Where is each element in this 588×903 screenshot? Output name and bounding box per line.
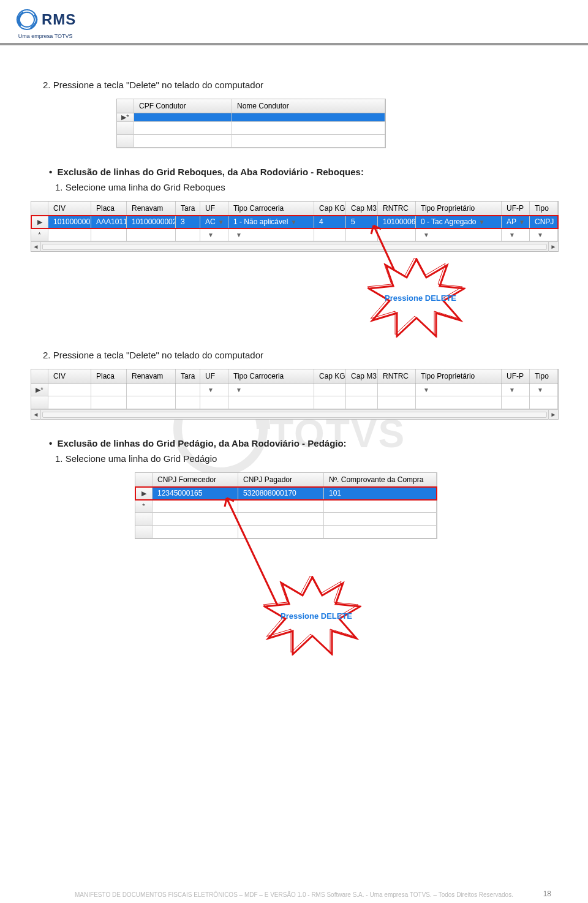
col-renavam[interactable]: Renavam [127,202,176,215]
scroll-left-icon[interactable]: ◄ [31,410,41,420]
col-tara[interactable]: Tara [176,202,200,215]
chevron-down-icon[interactable]: ▼ [535,387,543,393]
chevron-down-icon[interactable]: ▼ [216,219,224,225]
chevron-down-icon[interactable]: ▼ [205,232,214,238]
step-1c: 1. Selecione uma linha do Grid Pedágio [66,453,545,464]
callout-label: Pressione DELETE [281,611,352,621]
col-tipo[interactable]: Tipo [530,369,558,383]
grid-reboques-empty[interactable]: CIV Placa Renavam Tara UF Tipo Carroceri… [31,369,545,420]
table-row [117,122,385,135]
footer-text: MANIFESTO DE DOCUMENTOS FISCAIS ELETRÔNI… [0,891,588,898]
logo-subtext: Uma empresa TOTVS [18,33,73,39]
chevron-down-icon[interactable]: ▼ [554,219,558,225]
table-row[interactable]: ▶* ▼ ▼ ▼ ▼ ▼ [31,383,558,396]
table-row [117,135,385,148]
col-nome-condutor[interactable]: Nome Condutor [232,99,385,113]
col-placa[interactable]: Placa [91,369,127,383]
table-row[interactable]: ▶ 1010000001 AAA1011 10100000002 3 AC▼ 1… [31,216,558,229]
heading-exclusao-reboques: Exclusão de linhas do Grid Reboques, da … [60,167,545,177]
col-renavam[interactable]: Renavam [127,369,176,383]
col-cpf-condutor[interactable]: CPF Condutor [134,99,232,113]
col-carroceria[interactable]: Tipo Carroceria [228,369,314,383]
rms-swirl-icon [15,7,39,32]
logo-text: RMS [42,11,76,28]
grid-condutor[interactable]: CPF Condutor Nome Condutor ▶* [116,99,545,148]
col-comprovante[interactable]: Nº. Comprovante da Compra [324,473,437,486]
step-1b: 1. Selecione uma linha do Grid Reboques [66,182,545,192]
chevron-down-icon[interactable]: ▼ [507,232,515,238]
col-ufp[interactable]: UF-P [502,202,530,215]
col-tipo[interactable]: Tipo [530,202,558,215]
col-capkg[interactable]: Cap KG [314,202,346,215]
chevron-down-icon[interactable]: ▼ [421,387,429,393]
chevron-down-icon[interactable]: ▼ [233,387,242,393]
grid-reboques-filled[interactable]: CIV Placa Renavam Tara UF Tipo Carroceri… [31,201,545,252]
heading-exclusao-pedagio: Exclusão de linhas do Grid Pedágio, da A… [60,438,545,448]
col-capm3[interactable]: Cap M3 [346,369,378,383]
col-uf[interactable]: UF [200,202,228,215]
scroll-right-icon[interactable]: ► [548,410,558,420]
callout-label: Pressione DELETE [385,293,456,303]
page-header: RMS Uma empresa TOTVS [0,0,588,45]
col-placa[interactable]: Placa [91,202,127,215]
page-number: 18 [543,890,551,898]
callout-pressione-delete: Pressione DELETE [368,258,466,338]
callout-pressione-delete: Pressione DELETE [263,576,361,656]
col-cnpj-fornecedor[interactable]: CNPJ Fornecedor [153,473,238,486]
chevron-down-icon[interactable]: ▼ [535,232,543,238]
table-row[interactable]: ▶* [117,113,385,122]
col-civ[interactable]: CIV [48,369,91,383]
logo: RMS Uma empresa TOTVS [15,7,76,39]
grid-pedagio[interactable]: CNPJ Fornecedor CNPJ Pagador Nº. Comprov… [135,472,545,539]
scroll-right-icon[interactable]: ► [548,242,558,252]
horizontal-scrollbar[interactable]: ◄ ► [31,409,558,419]
step-2b: 2. Pressione a tecla "Delete" no telado … [54,350,545,360]
col-rntrc[interactable]: RNTRC [378,369,416,383]
chevron-down-icon[interactable]: ▼ [477,219,485,225]
row-marker-icon: ▶* [117,113,134,121]
table-row [31,396,558,409]
horizontal-scrollbar[interactable]: ◄ ► [31,241,558,251]
row-marker-icon: ▶ [135,487,153,499]
col-carroceria[interactable]: Tipo Carroceria [228,202,314,215]
col-capkg[interactable]: Cap KG [314,369,346,383]
col-tara[interactable]: Tara [176,369,200,383]
col-proprietario[interactable]: Tipo Proprietário [416,369,502,383]
col-uf[interactable]: UF [200,369,228,383]
col-cnpj-pagador[interactable]: CNPJ Pagador [238,473,324,486]
chevron-down-icon[interactable]: ▼ [507,387,515,393]
step-2a: 2. Pressione a tecla "Delete" no telado … [54,80,545,90]
chevron-down-icon[interactable]: ▼ [516,219,525,225]
scroll-left-icon[interactable]: ◄ [31,242,41,252]
chevron-down-icon[interactable]: ▼ [233,232,242,238]
row-marker-icon: ▶ [31,216,48,228]
col-ufp[interactable]: UF-P [502,369,530,383]
col-civ[interactable]: CIV [48,202,91,215]
table-row[interactable]: * ▼ ▼ ▼ ▼ ▼ [31,229,558,241]
chevron-down-icon[interactable]: ▼ [288,219,296,225]
chevron-down-icon[interactable]: ▼ [205,387,214,393]
